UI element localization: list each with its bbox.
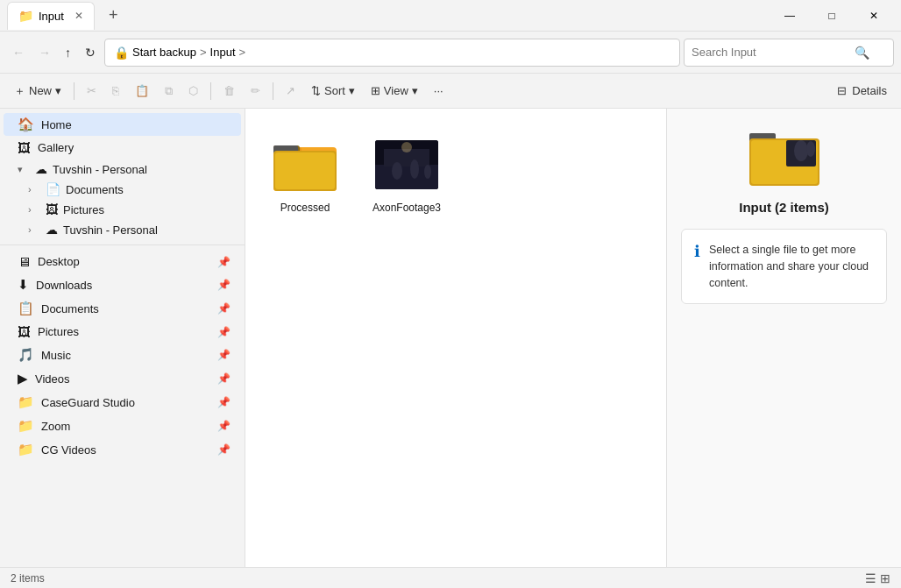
sidebar-tuvshin-personal[interactable]: › ☁ Tuvshin - Personal — [4, 220, 241, 239]
new-label: New — [29, 84, 52, 97]
sidebar-item-zoom[interactable]: 📁 Zoom 📌 — [4, 414, 241, 437]
search-input[interactable] — [692, 46, 849, 59]
music-pin-icon: 📌 — [217, 349, 231, 361]
minimize-button[interactable]: — — [770, 2, 810, 30]
sidebar-pictures[interactable]: › 🖼 Pictures — [4, 200, 241, 219]
file-item-processed[interactable]: Processed — [263, 126, 347, 221]
documents-qa-pin-icon: 📌 — [217, 302, 231, 315]
zoom-icon: 📁 — [18, 418, 34, 434]
sidebar-tuvshin-label: Tuvshin - Personal — [63, 223, 158, 237]
tab-label: Input — [39, 10, 64, 23]
sidebar-item-music[interactable]: 🎵 Music 📌 — [4, 344, 241, 366]
new-button[interactable]: ＋ New ▾ — [7, 79, 68, 103]
copy-button[interactable]: ⎘ — [105, 80, 126, 102]
sidebar-item-downloads[interactable]: ⬇ Downloads 📌 — [4, 273, 241, 296]
breadcrumb-sep2: > — [239, 46, 246, 59]
title-bar: 📁 Input ✕ + — □ ✕ — [0, 0, 901, 32]
sidebar-documents-qa-label: Documents — [41, 302, 210, 315]
sidebar-item-videos[interactable]: ▶ Videos 📌 — [4, 367, 241, 390]
sidebar-divider — [0, 244, 245, 245]
sidebar-desktop-label: Desktop — [38, 255, 210, 268]
view-button[interactable]: ⊞ View ▾ — [364, 80, 425, 102]
sidebar-item-caseguard[interactable]: 📁 CaseGuard Studio 📌 — [4, 391, 241, 414]
rename-button[interactable]: ✏ — [244, 80, 267, 102]
close-button[interactable]: ✕ — [854, 2, 894, 30]
cloud-expand-icon: ▾ — [18, 164, 30, 175]
paste-shortcut-button[interactable]: ⬡ — [181, 80, 205, 102]
paste-icon: 📋 — [135, 84, 149, 97]
svg-point-12 — [392, 162, 402, 180]
sidebar-caseguard-label: CaseGuard Studio — [41, 396, 210, 409]
cgvideos-pin-icon: 📌 — [217, 443, 231, 456]
new-arrow-icon: ▾ — [55, 84, 61, 97]
new-tab-button[interactable]: + — [102, 4, 125, 26]
file-item-axonfootage[interactable]: AxonFootage3 — [365, 126, 449, 221]
breadcrumb-bar[interactable]: 🔒 Start backup > Input > — [104, 39, 680, 67]
main-layout: 🏠 Home 🖼 Gallery ▾ ☁ Tuvshin - Personal … — [0, 109, 901, 567]
toolbar-separator-1 — [74, 82, 74, 100]
delete-button[interactable]: 🗑 — [216, 80, 242, 102]
details-title: Input (2 items) — [739, 200, 829, 215]
svg-point-13 — [410, 159, 419, 179]
svg-point-15 — [401, 142, 412, 152]
sidebar-item-gallery[interactable]: 🖼 Gallery — [4, 137, 241, 159]
sort-arrows-icon: ⇅ — [311, 84, 321, 97]
sidebar-item-pictures-qa[interactable]: 🖼 Pictures 📌 — [4, 321, 241, 343]
svg-point-14 — [424, 165, 431, 179]
axonfootage-label: AxonFootage3 — [372, 202, 441, 214]
up-button[interactable]: ↑ — [60, 40, 76, 65]
sidebar-item-cgvideos[interactable]: 📁 CG Videos 📌 — [4, 438, 241, 461]
sidebar-item-home-label: Home — [41, 118, 231, 131]
cut-button[interactable]: ✂ — [80, 80, 103, 102]
copy-icon: ⎘ — [112, 84, 119, 97]
sidebar-item-desktop[interactable]: 🖥 Desktop 📌 — [4, 251, 241, 273]
details-button[interactable]: ⊟ Details — [830, 80, 894, 102]
tab-input[interactable]: 📁 Input ✕ — [7, 2, 95, 30]
svg-point-20 — [794, 140, 808, 161]
search-box[interactable]: 🔍 — [684, 39, 894, 67]
svg-rect-8 — [275, 152, 335, 189]
desktop-icon: 🖥 — [18, 254, 31, 269]
pictures-qa-pin-icon: 📌 — [217, 326, 231, 338]
videos-pin-icon: 📌 — [217, 372, 231, 385]
downloads-pin-icon: 📌 — [217, 279, 231, 291]
sidebar-pictures-label: Pictures — [63, 203, 104, 216]
share-button[interactable]: ↗ — [279, 80, 302, 102]
desktop-pin-icon: 📌 — [217, 256, 231, 268]
sort-arrow-icon: ▾ — [349, 84, 355, 97]
refresh-button[interactable]: ↻ — [80, 40, 101, 65]
breadcrumb-current: Input — [210, 46, 236, 59]
forward-button[interactable]: → — [33, 40, 56, 65]
copy-path-button[interactable]: ⧉ — [158, 80, 180, 103]
view-arrow-icon: ▾ — [412, 84, 418, 97]
sort-button[interactable]: ⇅ Sort ▾ — [304, 80, 362, 102]
downloads-icon: ⬇ — [18, 277, 29, 293]
status-view-grid-button[interactable]: ⊞ — [880, 571, 890, 585]
sidebar-item-gallery-label: Gallery — [38, 141, 231, 154]
breadcrumb-lock-icon: 🔒 — [114, 46, 129, 60]
music-icon: 🎵 — [18, 347, 34, 363]
address-bar: ← → ↑ ↻ 🔒 Start backup > Input > 🔍 — [0, 32, 901, 74]
sidebar-cloud-group[interactable]: ▾ ☁ Tuvshin - Personal — [4, 159, 241, 179]
more-button[interactable]: ··· — [427, 80, 450, 102]
zoom-pin-icon: 📌 — [217, 420, 231, 432]
sidebar-documents[interactable]: › 📄 Documents — [4, 180, 241, 199]
status-bar: 2 items ☰ ⊞ — [0, 567, 901, 588]
cgvideos-icon: 📁 — [18, 442, 34, 457]
axonfootage-video-icon — [372, 133, 442, 196]
sidebar: 🏠 Home 🖼 Gallery ▾ ☁ Tuvshin - Personal … — [0, 109, 245, 567]
paste-button[interactable]: 📋 — [128, 80, 156, 102]
pictures-qa-icon: 🖼 — [18, 324, 31, 339]
file-area: Processed — [245, 109, 666, 567]
toolbar-separator-3 — [273, 82, 273, 100]
gallery-icon: 🖼 — [18, 140, 31, 155]
back-button[interactable]: ← — [7, 40, 30, 65]
share-icon: ↗ — [286, 84, 295, 97]
maximize-button[interactable]: □ — [812, 2, 852, 30]
details-panel: Input (2 items) ℹ Select a single file t… — [666, 109, 901, 567]
sidebar-item-documents-qa[interactable]: 📋 Documents 📌 — [4, 297, 241, 320]
view-icon: ⊞ — [371, 84, 380, 97]
status-view-list-button[interactable]: ☰ — [865, 571, 876, 585]
tab-close-button[interactable]: ✕ — [74, 10, 83, 22]
sidebar-item-home[interactable]: 🏠 Home — [4, 113, 241, 136]
